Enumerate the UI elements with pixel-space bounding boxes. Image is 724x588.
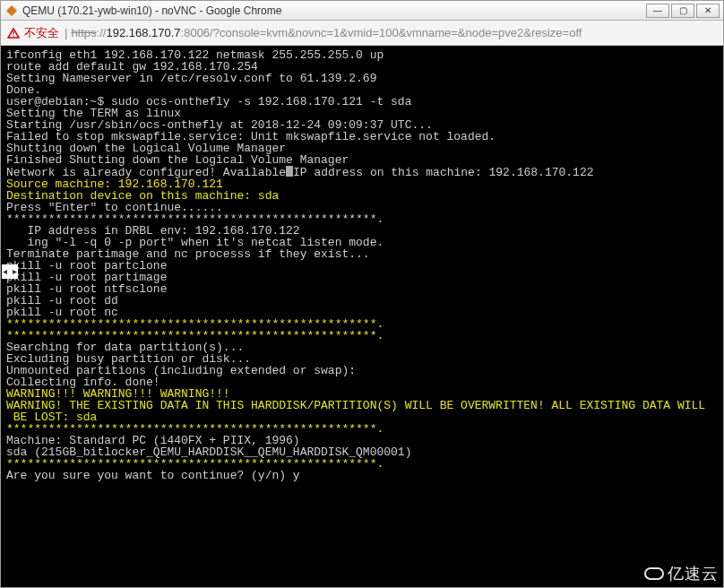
svg-rect-0 xyxy=(13,31,13,35)
terminal-line: Are you sure you want to continue? (y/n)… xyxy=(6,470,718,481)
terminal-line xyxy=(6,505,718,516)
terminal-line: Setting Nameserver in /etc/resolv.conf t… xyxy=(6,73,718,84)
terminal-line xyxy=(6,551,718,563)
separator: | xyxy=(65,26,67,39)
url-scheme: https xyxy=(71,26,96,39)
vnc-side-handle[interactable]: ◂ ▸ xyxy=(2,264,18,279)
chevron-left-icon: ◂ xyxy=(3,266,7,277)
terminal-line xyxy=(6,563,718,575)
terminal-output[interactable]: ifconfig eth1 192.168.170.122 netmask 25… xyxy=(1,46,723,587)
watermark-text: 亿速云 xyxy=(668,563,719,584)
url-sep: :// xyxy=(97,26,107,39)
window-titlebar[interactable]: QEMU (170.21-ywb-win10) - noVNC - Google… xyxy=(1,1,723,21)
terminal-line: Network is already configured! Available… xyxy=(6,166,718,178)
window-close-button[interactable]: ✕ xyxy=(696,4,720,18)
url-path: :8006/?console=kvm&novnc=1&vmid=100&vmna… xyxy=(181,26,582,39)
block-cursor xyxy=(286,166,293,177)
insecure-warning-icon xyxy=(6,26,21,40)
watermark: 亿速云 xyxy=(644,563,719,584)
terminal-line xyxy=(6,493,718,505)
window-title: QEMU (170.21-ywb-win10) - noVNC - Google… xyxy=(22,4,644,17)
insecure-label: 不安全 xyxy=(24,25,59,41)
chevron-right-icon: ▸ xyxy=(13,266,17,277)
window-minimize-button[interactable]: — xyxy=(646,4,669,18)
novnc-app-icon xyxy=(4,4,19,18)
window-maximize-button[interactable]: ▢ xyxy=(671,4,694,18)
terminal-line xyxy=(6,481,718,493)
url-host: 192.168.170.7 xyxy=(106,26,180,39)
terminal-line: Finished Shutting down the Logical Volum… xyxy=(6,154,718,166)
terminal-line xyxy=(6,528,718,540)
address-bar[interactable]: 不安全 | https :// 192.168.170.7 :8006/?con… xyxy=(1,21,723,46)
cloud-icon xyxy=(644,567,664,580)
terminal-line xyxy=(6,540,718,551)
terminal-line xyxy=(6,516,718,528)
svg-rect-1 xyxy=(13,35,13,36)
browser-window: QEMU (170.21-ywb-win10) - noVNC - Google… xyxy=(0,0,724,588)
window-controls: — ▢ ✕ xyxy=(644,4,720,18)
terminal-line: WARNING! THE EXISTING DATA IN THIS HARDD… xyxy=(6,400,718,411)
